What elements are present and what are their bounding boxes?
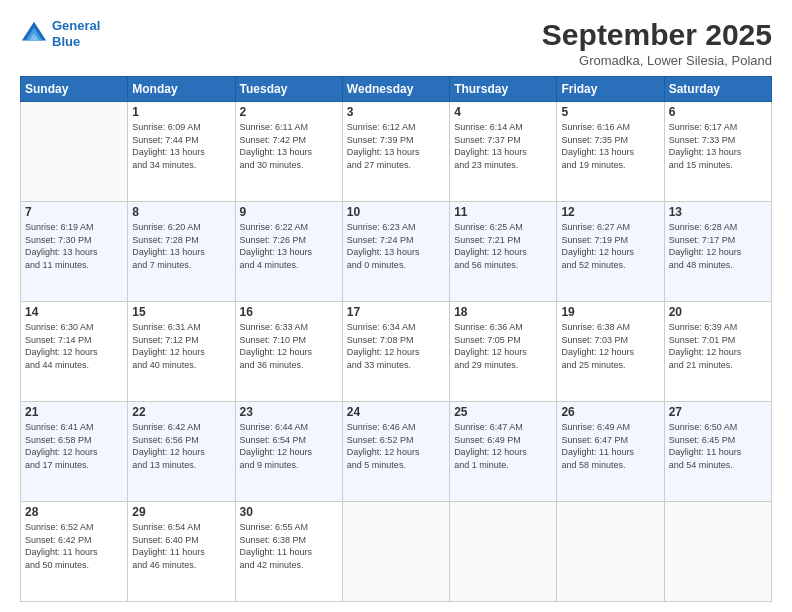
day-header-saturday: Saturday: [664, 77, 771, 102]
day-number: 21: [25, 405, 123, 419]
calendar-cell: 1Sunrise: 6:09 AMSunset: 7:44 PMDaylight…: [128, 102, 235, 202]
day-number: 18: [454, 305, 552, 319]
day-info: Sunrise: 6:28 AMSunset: 7:17 PMDaylight:…: [669, 221, 767, 271]
day-number: 29: [132, 505, 230, 519]
calendar-cell: 3Sunrise: 6:12 AMSunset: 7:39 PMDaylight…: [342, 102, 449, 202]
day-number: 24: [347, 405, 445, 419]
day-info: Sunrise: 6:17 AMSunset: 7:33 PMDaylight:…: [669, 121, 767, 171]
calendar-cell: 9Sunrise: 6:22 AMSunset: 7:26 PMDaylight…: [235, 202, 342, 302]
day-number: 13: [669, 205, 767, 219]
day-number: 15: [132, 305, 230, 319]
calendar-cell: [342, 502, 449, 602]
day-number: 2: [240, 105, 338, 119]
day-info: Sunrise: 6:54 AMSunset: 6:40 PMDaylight:…: [132, 521, 230, 571]
calendar-cell: 23Sunrise: 6:44 AMSunset: 6:54 PMDayligh…: [235, 402, 342, 502]
day-info: Sunrise: 6:09 AMSunset: 7:44 PMDaylight:…: [132, 121, 230, 171]
calendar-cell: [450, 502, 557, 602]
calendar-cell: 20Sunrise: 6:39 AMSunset: 7:01 PMDayligh…: [664, 302, 771, 402]
day-number: 10: [347, 205, 445, 219]
day-info: Sunrise: 6:42 AMSunset: 6:56 PMDaylight:…: [132, 421, 230, 471]
day-info: Sunrise: 6:11 AMSunset: 7:42 PMDaylight:…: [240, 121, 338, 171]
day-number: 4: [454, 105, 552, 119]
day-number: 23: [240, 405, 338, 419]
calendar-cell: 26Sunrise: 6:49 AMSunset: 6:47 PMDayligh…: [557, 402, 664, 502]
day-number: 25: [454, 405, 552, 419]
calendar-week-row: 28Sunrise: 6:52 AMSunset: 6:42 PMDayligh…: [21, 502, 772, 602]
day-info: Sunrise: 6:44 AMSunset: 6:54 PMDaylight:…: [240, 421, 338, 471]
calendar-cell: 18Sunrise: 6:36 AMSunset: 7:05 PMDayligh…: [450, 302, 557, 402]
calendar-cell: 7Sunrise: 6:19 AMSunset: 7:30 PMDaylight…: [21, 202, 128, 302]
calendar-cell: 10Sunrise: 6:23 AMSunset: 7:24 PMDayligh…: [342, 202, 449, 302]
subtitle: Gromadka, Lower Silesia, Poland: [542, 53, 772, 68]
calendar-cell: [21, 102, 128, 202]
calendar-cell: 17Sunrise: 6:34 AMSunset: 7:08 PMDayligh…: [342, 302, 449, 402]
calendar-cell: 21Sunrise: 6:41 AMSunset: 6:58 PMDayligh…: [21, 402, 128, 502]
calendar-week-row: 7Sunrise: 6:19 AMSunset: 7:30 PMDaylight…: [21, 202, 772, 302]
day-number: 26: [561, 405, 659, 419]
day-info: Sunrise: 6:25 AMSunset: 7:21 PMDaylight:…: [454, 221, 552, 271]
calendar-cell: 14Sunrise: 6:30 AMSunset: 7:14 PMDayligh…: [21, 302, 128, 402]
day-number: 27: [669, 405, 767, 419]
calendar-cell: 28Sunrise: 6:52 AMSunset: 6:42 PMDayligh…: [21, 502, 128, 602]
logo: General Blue: [20, 18, 100, 49]
day-number: 11: [454, 205, 552, 219]
day-number: 6: [669, 105, 767, 119]
calendar-header-row: SundayMondayTuesdayWednesdayThursdayFrid…: [21, 77, 772, 102]
day-number: 12: [561, 205, 659, 219]
day-info: Sunrise: 6:34 AMSunset: 7:08 PMDaylight:…: [347, 321, 445, 371]
calendar-cell: 6Sunrise: 6:17 AMSunset: 7:33 PMDaylight…: [664, 102, 771, 202]
day-number: 3: [347, 105, 445, 119]
day-header-friday: Friday: [557, 77, 664, 102]
calendar-cell: 24Sunrise: 6:46 AMSunset: 6:52 PMDayligh…: [342, 402, 449, 502]
day-info: Sunrise: 6:19 AMSunset: 7:30 PMDaylight:…: [25, 221, 123, 271]
day-info: Sunrise: 6:16 AMSunset: 7:35 PMDaylight:…: [561, 121, 659, 171]
calendar-cell: 2Sunrise: 6:11 AMSunset: 7:42 PMDaylight…: [235, 102, 342, 202]
calendar-cell: 29Sunrise: 6:54 AMSunset: 6:40 PMDayligh…: [128, 502, 235, 602]
day-info: Sunrise: 6:27 AMSunset: 7:19 PMDaylight:…: [561, 221, 659, 271]
logo-text: General Blue: [52, 18, 100, 49]
day-info: Sunrise: 6:46 AMSunset: 6:52 PMDaylight:…: [347, 421, 445, 471]
day-number: 19: [561, 305, 659, 319]
day-header-wednesday: Wednesday: [342, 77, 449, 102]
day-info: Sunrise: 6:39 AMSunset: 7:01 PMDaylight:…: [669, 321, 767, 371]
day-number: 9: [240, 205, 338, 219]
calendar-cell: 25Sunrise: 6:47 AMSunset: 6:49 PMDayligh…: [450, 402, 557, 502]
day-info: Sunrise: 6:33 AMSunset: 7:10 PMDaylight:…: [240, 321, 338, 371]
day-info: Sunrise: 6:52 AMSunset: 6:42 PMDaylight:…: [25, 521, 123, 571]
calendar-week-row: 21Sunrise: 6:41 AMSunset: 6:58 PMDayligh…: [21, 402, 772, 502]
day-info: Sunrise: 6:49 AMSunset: 6:47 PMDaylight:…: [561, 421, 659, 471]
day-info: Sunrise: 6:23 AMSunset: 7:24 PMDaylight:…: [347, 221, 445, 271]
calendar-cell: 11Sunrise: 6:25 AMSunset: 7:21 PMDayligh…: [450, 202, 557, 302]
calendar-cell: 27Sunrise: 6:50 AMSunset: 6:45 PMDayligh…: [664, 402, 771, 502]
calendar-table: SundayMondayTuesdayWednesdayThursdayFrid…: [20, 76, 772, 602]
calendar-cell: 8Sunrise: 6:20 AMSunset: 7:28 PMDaylight…: [128, 202, 235, 302]
day-number: 16: [240, 305, 338, 319]
header: General Blue September 2025 Gromadka, Lo…: [20, 18, 772, 68]
day-info: Sunrise: 6:36 AMSunset: 7:05 PMDaylight:…: [454, 321, 552, 371]
calendar-cell: 13Sunrise: 6:28 AMSunset: 7:17 PMDayligh…: [664, 202, 771, 302]
day-header-tuesday: Tuesday: [235, 77, 342, 102]
calendar-cell: [557, 502, 664, 602]
day-info: Sunrise: 6:12 AMSunset: 7:39 PMDaylight:…: [347, 121, 445, 171]
calendar-cell: 5Sunrise: 6:16 AMSunset: 7:35 PMDaylight…: [557, 102, 664, 202]
day-info: Sunrise: 6:20 AMSunset: 7:28 PMDaylight:…: [132, 221, 230, 271]
day-number: 17: [347, 305, 445, 319]
day-header-sunday: Sunday: [21, 77, 128, 102]
day-number: 30: [240, 505, 338, 519]
calendar-cell: 16Sunrise: 6:33 AMSunset: 7:10 PMDayligh…: [235, 302, 342, 402]
day-number: 20: [669, 305, 767, 319]
day-info: Sunrise: 6:41 AMSunset: 6:58 PMDaylight:…: [25, 421, 123, 471]
calendar-cell: 4Sunrise: 6:14 AMSunset: 7:37 PMDaylight…: [450, 102, 557, 202]
day-number: 14: [25, 305, 123, 319]
calendar-cell: 19Sunrise: 6:38 AMSunset: 7:03 PMDayligh…: [557, 302, 664, 402]
calendar-cell: 30Sunrise: 6:55 AMSunset: 6:38 PMDayligh…: [235, 502, 342, 602]
day-info: Sunrise: 6:47 AMSunset: 6:49 PMDaylight:…: [454, 421, 552, 471]
day-header-thursday: Thursday: [450, 77, 557, 102]
logo-icon: [20, 20, 48, 48]
calendar-cell: 15Sunrise: 6:31 AMSunset: 7:12 PMDayligh…: [128, 302, 235, 402]
day-number: 1: [132, 105, 230, 119]
calendar-week-row: 14Sunrise: 6:30 AMSunset: 7:14 PMDayligh…: [21, 302, 772, 402]
day-number: 28: [25, 505, 123, 519]
calendar-cell: [664, 502, 771, 602]
day-header-monday: Monday: [128, 77, 235, 102]
